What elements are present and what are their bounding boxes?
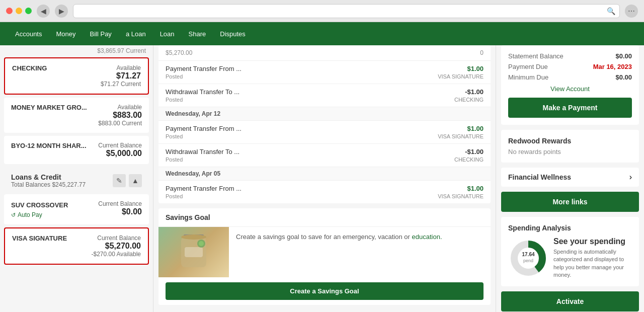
- checking-balance: $71.27: [101, 71, 141, 81]
- right-panel: Statement Balance $0.00 Payment Due Mar …: [496, 45, 644, 312]
- view-account-link[interactable]: View Account: [508, 85, 632, 93]
- savings-goal-header: Savings Goal: [158, 208, 491, 227]
- trans-amount-3: $1.00: [438, 125, 484, 132]
- make-payment-button[interactable]: Make a Payment: [508, 98, 632, 118]
- visa-name: VISA SIGNATURE: [12, 235, 67, 242]
- suv-balance: $0.00: [98, 207, 142, 216]
- account-item-checking[interactable]: CHECKING Available $71.27 $71.27 Current: [4, 57, 149, 95]
- svg-point-2: [181, 235, 206, 240]
- nav-share[interactable]: Share: [182, 22, 213, 45]
- visa-balance: $5,270.00: [91, 242, 141, 251]
- transactions-section: $5,270.00 0 Payment Transfer From ... Po…: [158, 45, 491, 203]
- traffic-lights: [6, 8, 32, 14]
- loans-icons: ✎ ▲: [113, 174, 142, 187]
- left-sidebar: $3,865.97 Current CHECKING Available $71…: [0, 45, 153, 312]
- trans-header-amount: $5,270.00: [166, 49, 192, 56]
- fw-chevron-icon: ›: [629, 173, 632, 182]
- account-item-visa[interactable]: VISA SIGNATURE Current Balance $5,270.00…: [4, 227, 149, 265]
- trans-label-2: CHECKING: [454, 97, 484, 103]
- svg-text:pend: pend: [523, 258, 533, 263]
- byo-right: Current Balance $5,000.00: [98, 142, 142, 158]
- search-icon: 🔍: [607, 7, 615, 15]
- byo-name: BYO-12 MONTH SHAR...: [11, 142, 87, 149]
- savings-goal-desc-1: Create a savings goal to save for an eme…: [236, 233, 412, 241]
- loans-collapse-button[interactable]: ▲: [129, 174, 142, 187]
- nav-accounts[interactable]: Accounts: [8, 22, 49, 45]
- cc-statement-value: $0.00: [615, 52, 632, 60]
- savings-goal-footer: Create a Savings Goal: [158, 277, 491, 305]
- trans-date-header-apr05: Wednesday, Apr 05: [158, 167, 491, 181]
- trans-desc-2: Withdrawal Transfer To ...: [166, 88, 239, 96]
- browser-chrome: ◀ ▶ 🔍 ⋯: [0, 0, 644, 22]
- extensions-button[interactable]: ⋯: [625, 5, 638, 18]
- nav-bill-pay[interactable]: Bill Pay: [83, 22, 119, 45]
- trans-status-3: Posted: [166, 133, 242, 139]
- trans-header-zero: 0: [480, 49, 484, 56]
- financial-wellness-card[interactable]: Financial Wellness ›: [501, 168, 639, 187]
- nav-loan[interactable]: Loan: [153, 22, 182, 45]
- checking-name: CHECKING: [12, 64, 47, 72]
- savings-goal-text: Create a savings goal to save for an eme…: [229, 227, 449, 277]
- nav-a-loan[interactable]: a Loan: [119, 22, 153, 45]
- byo-balance-label: Current Balance: [98, 142, 142, 149]
- maximize-traffic-light[interactable]: [25, 8, 32, 14]
- spending-donut-chart: 17.64 pend: [508, 238, 548, 278]
- trans-desc-1: Payment Transfer From ...: [166, 65, 242, 72]
- trans-right-4: -$1.00 CHECKING: [454, 148, 484, 163]
- svg-text:17.64: 17.64: [522, 252, 534, 257]
- loans-edit-button[interactable]: ✎: [113, 174, 126, 187]
- suv-right: Current Balance $0.00: [98, 200, 142, 216]
- trans-desc-5: Payment Transfer From ...: [166, 185, 242, 192]
- autopay-icon: ↺: [11, 212, 16, 218]
- more-links-button[interactable]: More links: [501, 192, 639, 212]
- trans-label-1: VISA SIGNATURE: [438, 73, 484, 80]
- suv-name: SUV CROSSOVER: [11, 201, 68, 209]
- mm-balance: $883.00: [98, 111, 142, 120]
- savings-goal-link[interactable]: education.: [412, 233, 442, 241]
- checking-available-label: Available: [117, 64, 141, 71]
- savings-goal-card: Savings Goal Crea: [158, 208, 491, 305]
- forward-button[interactable]: ▶: [55, 5, 68, 18]
- trans-right-2: -$1.00 CHECKING: [454, 88, 484, 103]
- visa-available: -$270.00 Available: [91, 251, 141, 258]
- suv-balance-label: Current Balance: [98, 200, 142, 207]
- visa-balance-label: Current Balance: [97, 235, 141, 242]
- url-bar[interactable]: 🔍: [73, 4, 620, 18]
- close-traffic-light[interactable]: [6, 8, 13, 14]
- create-savings-goal-button[interactable]: Create a Savings Goal: [166, 282, 484, 300]
- cc-minimum-due-label: Minimum Due: [508, 73, 548, 81]
- nav-money[interactable]: Money: [49, 22, 83, 45]
- mm-right: Available $883.00 $883.00 Current: [98, 104, 142, 127]
- account-item-suv[interactable]: SUV CROSSOVER ↺ Auto Pay Current Balance…: [4, 194, 149, 224]
- spending-text: See your spending Spending is automatica…: [553, 237, 632, 279]
- see-spending-title: See your spending: [553, 237, 632, 246]
- spending-analysis-body: 17.64 pend See your spending Spending is…: [508, 237, 632, 279]
- center-panel: $5,270.00 0 Payment Transfer From ... Po…: [153, 45, 496, 312]
- minimize-traffic-light[interactable]: [16, 8, 22, 14]
- svg-rect-3: [185, 247, 203, 257]
- visa-right: Current Balance $5,270.00 -$270.00 Avail…: [91, 235, 141, 258]
- rewards-no-points: No rewards points: [508, 148, 632, 155]
- trans-label-4: CHECKING: [454, 157, 484, 163]
- nav-disputes[interactable]: Disputes: [213, 22, 253, 45]
- trans-amount-2: -$1.00: [454, 88, 484, 96]
- cc-payment-due-label: Payment Due: [508, 63, 548, 70]
- cc-minimum-due-value: $0.00: [615, 73, 632, 81]
- trans-status-5: Posted: [166, 193, 242, 199]
- trans-status-2: Posted: [166, 97, 239, 103]
- activate-button[interactable]: Activate: [501, 291, 639, 311]
- trans-label-3: VISA SIGNATURE: [438, 133, 484, 139]
- back-button[interactable]: ◀: [37, 5, 50, 18]
- trans-right-3: $1.00 VISA SIGNATURE: [438, 125, 484, 139]
- transaction-item: Withdrawal Transfer To ... Posted -$1.00…: [158, 84, 491, 107]
- trans-amount-1: $1.00: [438, 65, 484, 72]
- checking-right: Available $71.27 $71.27 Current: [101, 64, 141, 88]
- mm-name: MONEY MARKET GRO...: [11, 104, 87, 111]
- account-item-byo[interactable]: BYO-12 MONTH SHAR... Current Balance $5,…: [4, 136, 149, 164]
- trans-amount-4: -$1.00: [454, 148, 484, 155]
- mm-available-label: Available: [118, 104, 142, 111]
- account-item-money-market[interactable]: MONEY MARKET GRO... Available $883.00 $8…: [4, 98, 149, 133]
- spending-analysis-title: Spending Analysis: [508, 224, 632, 232]
- checking-current: $71.27 Current: [101, 81, 141, 88]
- loans-subtitle: Total Balances $245,227.77: [11, 181, 86, 188]
